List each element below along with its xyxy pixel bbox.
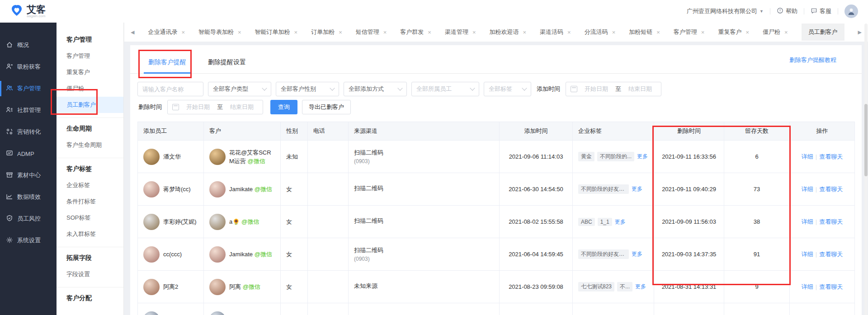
user-avatar[interactable] — [844, 5, 858, 18]
more-tags-link[interactable]: 更多 — [632, 186, 642, 192]
close-icon[interactable]: × — [383, 29, 387, 36]
customer-avatar — [209, 246, 226, 263]
submenu-item-field-settings[interactable]: 字段设置 — [57, 266, 123, 282]
close-icon[interactable]: × — [181, 29, 185, 36]
query-button[interactable]: 查询 — [270, 100, 297, 114]
col-source-channel: 来源渠道 — [349, 122, 500, 141]
submenu-item-customer-lifecycle[interactable]: 客户生命周期 — [57, 137, 123, 153]
more-tags-link[interactable]: 更多 — [632, 251, 642, 257]
view-chat-link[interactable]: 查看聊天 — [819, 218, 843, 225]
sidebar-item-community-management[interactable]: 社群管理 — [0, 99, 57, 121]
company-dropdown[interactable]: 广州壹豆网络科技有限公司 ▼ — [687, 7, 764, 15]
date-range-to: 至 — [217, 103, 223, 111]
tags-select[interactable]: 全部标签 — [484, 82, 531, 96]
page-tab[interactable]: 订单加粉× — [311, 28, 342, 36]
submenu-group-title: 客户分配 — [57, 290, 123, 306]
view-chat-link[interactable]: 查看聊天 — [819, 251, 843, 258]
sidebar-item-acquisition[interactable]: 吸粉获客 — [0, 56, 57, 78]
scrollbar-thumb[interactable] — [864, 104, 868, 176]
customer-name-input[interactable] — [137, 82, 203, 96]
submenu-item-conditional-tags[interactable]: 条件打标签 — [57, 193, 123, 210]
page-tab[interactable]: 僵尸粉× — [763, 28, 788, 36]
sidebar-item-data-performance[interactable]: 数据绩效 — [0, 186, 57, 208]
detail-link[interactable]: 详细 — [802, 186, 813, 193]
logo-domain: aagain.com — [27, 14, 46, 18]
page-tab[interactable]: 客户群发× — [400, 28, 431, 36]
close-icon[interactable]: × — [523, 29, 527, 36]
close-icon[interactable]: × — [238, 29, 241, 36]
view-chat-link[interactable]: 查看聊天 — [819, 186, 843, 193]
page-tab[interactable]: 分流活码× — [585, 28, 616, 36]
detail-link[interactable]: 详细 — [802, 283, 813, 290]
submenu-item-customer-management[interactable]: 客户管理 — [57, 48, 123, 64]
more-tags-link[interactable]: 更多 — [635, 283, 646, 290]
delete-time-date-range[interactable]: 开始日期 至 结束日期 — [167, 100, 263, 114]
close-icon[interactable]: × — [294, 29, 298, 36]
submenu-item-sop-tags[interactable]: SOP标签 — [57, 210, 123, 226]
page-tab[interactable]: 企业通讯录× — [148, 28, 185, 36]
brand-logo[interactable]: 艾客 aagain.com — [10, 4, 46, 19]
sidebar-item-material-center[interactable]: 素材中心 — [0, 165, 57, 186]
col-customer: 客户 — [204, 122, 281, 141]
help-button[interactable]: 帮助 — [777, 7, 797, 15]
close-icon[interactable]: × — [339, 29, 342, 36]
vertical-scrollbar[interactable] — [864, 24, 868, 315]
close-icon[interactable]: × — [428, 29, 431, 36]
more-tags-link[interactable]: 更多 — [637, 153, 648, 160]
col-actions: 操作 — [790, 122, 855, 141]
page-tab[interactable]: 渠道管理× — [445, 28, 476, 36]
page-tab[interactable]: 短信管理× — [356, 28, 387, 36]
close-icon[interactable]: × — [567, 29, 571, 36]
sidebar-item-staff-risk-control[interactable]: 员工风控 — [0, 208, 57, 230]
sidebar-item-overview[interactable]: 概况 — [0, 34, 57, 56]
submenu-item-zombie-fans[interactable]: 僵尸粉 — [57, 80, 123, 97]
submenu-item-duplicate-customers[interactable]: 重复客户 — [57, 64, 123, 80]
page-tab[interactable]: 客户管理× — [674, 28, 705, 36]
sidebar-item-system-settings[interactable]: 系统设置 — [0, 230, 57, 251]
view-chat-link[interactable]: 查看聊天 — [819, 153, 843, 160]
top-right-actions: 广州壹豆网络科技有限公司 ▼ 帮助 客服 — [687, 5, 858, 18]
detail-link[interactable]: 详细 — [802, 153, 813, 160]
detail-link[interactable]: 详细 — [802, 218, 813, 225]
submenu-group-title: 客户管理 — [57, 32, 123, 48]
detail-link[interactable]: 详细 — [802, 251, 813, 258]
submenu-item-staff-deleted-customers[interactable]: 员工删客户 — [57, 97, 123, 113]
submenu-group-customer: 客户管理 客户管理 重复客户 僵尸粉 员工删客户 — [57, 29, 123, 116]
submenu-group-title: 客户标签 — [57, 161, 123, 177]
sidebar-item-customer-management[interactable]: 客户管理 — [0, 78, 57, 99]
close-icon[interactable]: × — [656, 29, 660, 36]
support-button[interactable]: 客服 — [811, 7, 831, 15]
view-chat-link[interactable]: 查看聊天 — [819, 283, 843, 290]
submenu-item-enterprise-tags[interactable]: 企业标签 — [57, 177, 123, 193]
page-tab[interactable]: 重复客户× — [718, 28, 749, 36]
page-tab[interactable]: 渠道活码× — [540, 28, 571, 36]
close-icon[interactable]: × — [784, 29, 788, 36]
monitor-chart-icon — [6, 150, 13, 158]
submenu-item-not-in-group-tags[interactable]: 未入群标签 — [57, 226, 123, 242]
tab-delete-customer-reminder[interactable]: 删除客户提醒 — [144, 58, 191, 73]
close-icon[interactable]: × — [701, 29, 705, 36]
owner-staff-select[interactable]: 全部所属员工 — [411, 82, 479, 96]
sidebar-item-marketing-conversion[interactable]: 营销转化 — [0, 121, 57, 143]
page-tab-active[interactable]: 员工删客户 — [802, 24, 844, 41]
page-tab[interactable]: 加粉欢迎语× — [490, 28, 527, 36]
more-tags-link[interactable]: 更多 — [615, 218, 626, 225]
page-tab[interactable]: 智能导表加粉× — [198, 28, 241, 36]
scroll-right-icon[interactable]: ▶ — [858, 29, 862, 35]
close-icon[interactable]: × — [745, 29, 749, 36]
close-icon[interactable]: × — [472, 29, 476, 36]
sidebar-item-admp[interactable]: ADMP — [0, 143, 57, 165]
tutorial-link[interactable]: 删除客户提醒教程 — [789, 56, 836, 64]
secondary-sidebar: 客户管理 客户管理 重复客户 僵尸粉 员工删客户 生命周期 客户生命周期 客户标… — [57, 23, 124, 315]
customer-avatar — [209, 311, 226, 315]
customer-gender-select[interactable]: 全部客户性别 — [276, 82, 339, 96]
tab-delete-reminder-settings[interactable]: 删除提醒设置 — [203, 58, 250, 73]
page-tab[interactable]: 智能订单加粉× — [255, 28, 298, 36]
customer-type-select[interactable]: 全部客户类型 — [208, 82, 271, 96]
scroll-left-icon[interactable]: ◀ — [131, 29, 134, 35]
add-method-select[interactable]: 全部添加方式 — [344, 82, 407, 96]
page-tab[interactable]: 加粉短链× — [629, 28, 660, 36]
close-icon[interactable]: × — [612, 29, 616, 36]
add-time-date-range[interactable]: 开始日期 至 结束日期 — [566, 82, 661, 96]
export-deleted-customers-button[interactable]: 导出已删客户 — [302, 100, 351, 114]
